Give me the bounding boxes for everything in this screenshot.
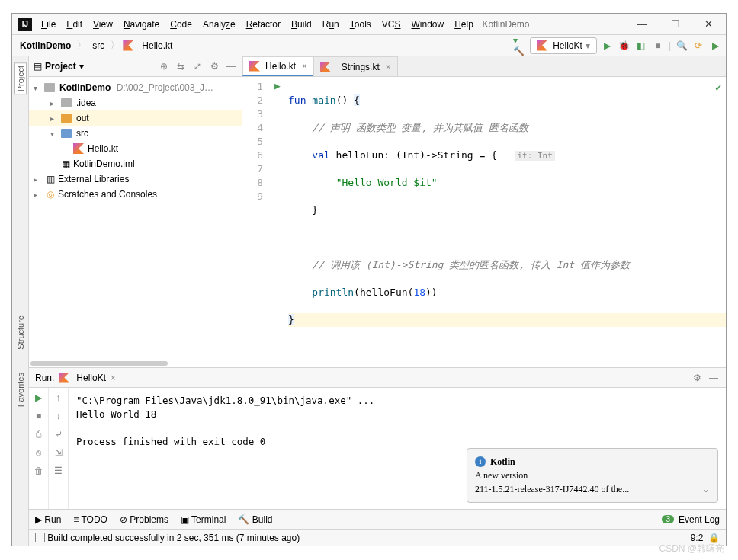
hide-icon[interactable]: — [225, 60, 237, 72]
kotlin-file-icon [249, 61, 260, 72]
inspection-ok-icon[interactable]: ✔ [715, 82, 721, 93]
folder-icon [61, 114, 72, 123]
tree-external[interactable]: External Libraries [58, 174, 129, 184]
wrap-icon[interactable]: ⤶ [55, 429, 63, 440]
chevron-down-icon: ▾ [586, 40, 590, 51]
project-view-selector[interactable]: ▤ Project ▾ [34, 61, 84, 72]
menu-window[interactable]: Window [406, 16, 448, 33]
tool-terminal[interactable]: ▣ Terminal [181, 514, 226, 525]
expand-icon[interactable]: ⤢ [191, 60, 204, 72]
tree-root[interactable]: KotlinDemo [59, 82, 111, 93]
notification-popup[interactable]: iKotlin A new version 211-1.5.21-release… [467, 448, 718, 503]
notif-body2: 211-1.5.21-release-317-IJ7442.40 of the.… [475, 482, 629, 496]
breadcrumb-file[interactable]: Hello.kt [139, 39, 175, 53]
coverage-icon[interactable]: ◧ [635, 40, 647, 52]
minimize-button[interactable]: — [625, 14, 659, 34]
debug-icon[interactable]: 🐞 [618, 40, 631, 52]
tool-build[interactable]: 🔨 Build [238, 514, 272, 525]
caret-position[interactable]: 9:2 [691, 533, 704, 543]
bottom-tool-buttons: ▶ Run ≡ TODO ⊘ Problems ▣ Terminal 🔨 Bui… [29, 509, 726, 529]
code-content[interactable]: fun main() { // 声明 函数类型 变量, 并为其赋值 匿名函数 v… [284, 77, 726, 367]
down-icon[interactable]: ↓ [56, 411, 61, 421]
tab-strings[interactable]: _Strings.kt× [313, 56, 398, 76]
editor-tabs: Hello.kt× _Strings.kt× [242, 56, 726, 77]
run-config-dropdown[interactable]: HelloKt ▾ [530, 37, 597, 54]
target-icon[interactable]: ⊕ [158, 60, 170, 72]
console-line: Process finished with exit code 0 [76, 435, 718, 449]
dump-icon[interactable]: ⎙ [36, 429, 41, 440]
up-icon[interactable]: ↑ [56, 392, 61, 403]
run-line-icon[interactable]: ▶ [274, 80, 281, 91]
sync-icon[interactable]: ⟳ [692, 40, 704, 52]
run-toolbar-2: ↑ ↓ ⤶ ⇲ ☰ [49, 388, 69, 509]
project-tree[interactable]: ▾KotlinDemo D:\002_Project\003_J… ▸.idea… [29, 77, 242, 360]
close-icon[interactable]: × [383, 62, 391, 72]
status-message: Build completed successfully in 2 sec, 3… [47, 533, 300, 543]
close-icon[interactable]: × [299, 61, 307, 72]
menu-refactor[interactable]: Refactor [242, 16, 285, 33]
tab-label: Hello.kt [265, 61, 296, 72]
run-config-name: HelloKt [553, 40, 582, 51]
gear-icon[interactable]: ⚙ [208, 60, 220, 72]
main-area: Project Structure Favorites ▤ Project ▾ … [12, 56, 726, 546]
close-icon[interactable]: × [111, 373, 116, 383]
scrollbar[interactable] [30, 361, 168, 366]
lock-icon[interactable]: 🔒 [708, 533, 720, 543]
library-icon: ▥ [44, 173, 56, 185]
hide-icon[interactable]: — [708, 372, 720, 384]
menu-file[interactable]: File [37, 16, 60, 33]
print-icon[interactable]: ☰ [54, 466, 63, 476]
chevron-down-icon[interactable]: ⌄ [702, 482, 710, 496]
menu-code[interactable]: Code [165, 16, 197, 33]
search-icon[interactable]: 🔍 [675, 40, 688, 52]
tool-eventlog[interactable]: 3 Event Log [662, 514, 720, 525]
sidebar-favorites[interactable]: Favorites [16, 373, 25, 407]
tool-problems[interactable]: ⊘ Problems [120, 514, 168, 525]
menu-vcs[interactable]: VCS [377, 16, 406, 33]
menu-run[interactable]: Run [318, 16, 344, 33]
menu-analyze[interactable]: Analyze [198, 16, 240, 33]
tree-out[interactable]: out [76, 113, 89, 123]
menu-tools[interactable]: Tools [345, 16, 376, 33]
run-tab[interactable]: HelloKt [76, 373, 106, 383]
tab-hello[interactable]: Hello.kt× [242, 56, 314, 76]
tool-todo[interactable]: ≡ TODO [73, 514, 107, 525]
rerun-icon[interactable]: ▶ [35, 392, 42, 403]
tree-hello[interactable]: Hello.kt [88, 143, 118, 154]
tool-run[interactable]: ▶ Run [35, 514, 61, 525]
inlay-hint: it: Int [515, 151, 554, 161]
run-icon[interactable]: ▶ [602, 40, 614, 52]
stop-icon[interactable]: ■ [36, 411, 41, 421]
menu-build[interactable]: Build [287, 16, 316, 33]
breadcrumb-root[interactable]: KotlinDemo [17, 39, 74, 53]
sidebar-structure[interactable]: Structure [16, 315, 25, 350]
run-toolbar-1: ▶ ■ ⎙ ⎋ 🗑 [29, 388, 49, 509]
tree-scratch[interactable]: Scratches and Consoles [58, 189, 157, 200]
close-button[interactable]: ✕ [692, 14, 726, 34]
maximize-button[interactable]: ☐ [659, 14, 692, 34]
scroll-icon[interactable]: ⇲ [55, 447, 63, 458]
menu-navigate[interactable]: Navigate [119, 16, 164, 33]
sidebar-project[interactable]: Project [14, 62, 27, 94]
tree-idea[interactable]: .idea [76, 98, 96, 108]
status-icon[interactable] [35, 533, 45, 542]
tree-iml[interactable]: KotlinDemo.iml [73, 158, 135, 169]
tree-src[interactable]: src [76, 128, 88, 139]
console-output[interactable]: "C:\Program Files\Java\jdk1.8.0_91\bin\j… [69, 388, 726, 509]
editor-area: Hello.kt× _Strings.kt× 123456789 ▶ fun m… [242, 56, 726, 367]
breadcrumb-src[interactable]: src [89, 39, 107, 53]
gear-icon[interactable]: ⚙ [691, 372, 703, 384]
module-icon [44, 83, 55, 92]
menu-help[interactable]: Help [450, 16, 478, 33]
ide-update-icon[interactable]: ▶ [709, 40, 721, 52]
code-editor[interactable]: 123456789 ▶ fun main() { // 声明 函数类型 变量, … [242, 77, 726, 367]
iml-icon: ▦ [59, 158, 72, 170]
stop-icon[interactable]: ■ [652, 40, 664, 52]
menu-edit[interactable]: Edit [62, 16, 87, 33]
collapse-icon[interactable]: ⇆ [175, 60, 187, 72]
trash-icon[interactable]: 🗑 [34, 466, 43, 476]
exit-icon[interactable]: ⎋ [36, 447, 41, 458]
build-icon[interactable]: ▾🔨 [513, 40, 525, 52]
status-bar: Build completed successfully in 2 sec, 3… [29, 529, 726, 546]
menu-view[interactable]: View [88, 16, 117, 33]
